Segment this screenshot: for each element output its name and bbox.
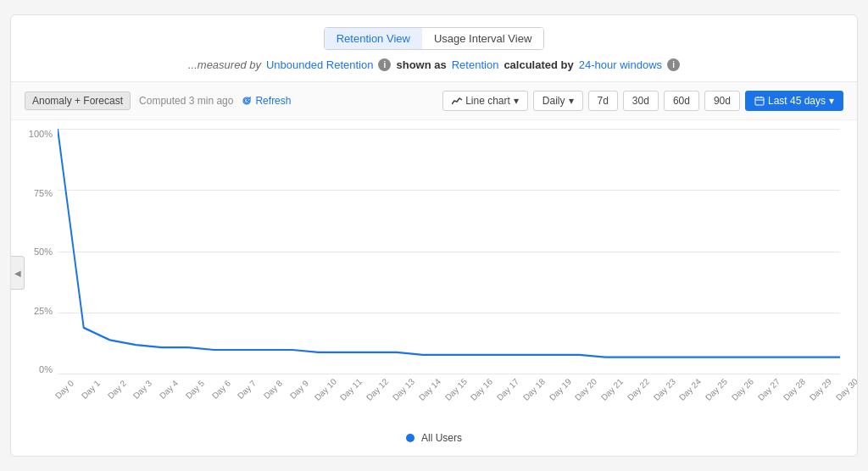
toolbar-left: Anomaly + Forecast Computed 3 min ago Re…: [25, 91, 291, 110]
calculated-by-prefix: calculated by: [504, 58, 573, 71]
anomaly-badge: Anomaly + Forecast: [25, 91, 131, 110]
measured-by-prefix: ...measured by: [188, 58, 261, 71]
x-label-2: Day 2: [105, 379, 127, 401]
range-7d-button[interactable]: 7d: [588, 91, 618, 111]
x-label-15: Day 15: [442, 377, 468, 402]
refresh-icon: [242, 96, 252, 106]
legend-label: All Users: [421, 432, 462, 444]
y-label-75: 75%: [19, 188, 58, 198]
x-label-18: Day 18: [521, 377, 547, 402]
x-label-13: Day 13: [391, 377, 416, 402]
shown-as-prefix: shown as: [396, 58, 446, 71]
x-label-1: Day 1: [80, 379, 102, 401]
range-45days-button[interactable]: Last 45 days ▾: [745, 91, 843, 111]
x-label-6: Day 6: [209, 379, 231, 401]
line-chart-button[interactable]: Line chart ▾: [442, 91, 528, 111]
x-label-28: Day 28: [782, 377, 807, 402]
calendar-icon: [754, 96, 765, 106]
x-label-20: Day 20: [573, 377, 598, 402]
computed-text: Computed 3 min ago: [139, 95, 233, 107]
shown-as-value[interactable]: Retention: [452, 58, 499, 71]
x-label-8: Day 8: [262, 379, 284, 401]
x-label-25: Day 25: [704, 377, 729, 402]
metric-info-icon[interactable]: i: [378, 58, 391, 71]
x-label-10: Day 10: [312, 377, 337, 402]
legend: All Users: [11, 425, 857, 456]
view-tabs: Retention View Usage Interval View: [324, 27, 545, 50]
x-label-17: Day 17: [495, 377, 520, 402]
top-section: Retention View Usage Interval View ...me…: [11, 15, 857, 82]
y-label-0: 0%: [19, 364, 58, 374]
range-30d-button[interactable]: 30d: [623, 91, 659, 111]
retention-chart-svg: [58, 129, 840, 374]
x-label-11: Day 11: [338, 377, 364, 402]
chart-section: Anomaly + Forecast Computed 3 min ago Re…: [11, 82, 857, 456]
y-label-50: 50%: [19, 247, 58, 257]
x-label-26: Day 26: [730, 377, 755, 402]
x-label-27: Day 27: [755, 377, 781, 402]
range-90d-button[interactable]: 90d: [704, 91, 740, 111]
calculated-info-icon[interactable]: i: [667, 58, 680, 71]
x-label-23: Day 23: [651, 377, 676, 402]
x-label-14: Day 14: [417, 377, 442, 402]
y-axis: 0% 25% 50% 75% 100%: [19, 129, 58, 374]
y-label-100: 100%: [19, 129, 58, 139]
x-label-30: Day 30: [834, 377, 858, 402]
chart-area: 0% 25% 50% 75% 100%: [11, 120, 857, 425]
x-label-0: Day 0: [53, 379, 75, 401]
calculated-by-value[interactable]: 24-hour windows: [579, 58, 662, 71]
y-label-25: 25%: [19, 306, 58, 316]
range-60d-button[interactable]: 60d: [664, 91, 699, 111]
metric-link[interactable]: Unbounded Retention: [266, 58, 374, 71]
svg-rect-0: [755, 97, 764, 105]
x-axis: Day 0Day 1Day 2Day 3Day 4Day 5Day 6Day 7…: [58, 383, 840, 425]
daily-button[interactable]: Daily ▾: [533, 91, 583, 111]
tab-retention-view[interactable]: Retention View: [325, 28, 422, 49]
x-label-22: Day 22: [626, 377, 651, 402]
x-label-19: Day 19: [547, 377, 572, 402]
refresh-button[interactable]: Refresh: [242, 95, 291, 107]
meta-row: ...measured by Unbounded Retention i sho…: [188, 58, 680, 71]
x-label-5: Day 5: [184, 379, 206, 401]
x-label-29: Day 29: [808, 377, 833, 402]
x-label-21: Day 21: [599, 377, 625, 402]
line-chart-icon: [452, 97, 462, 105]
x-label-24: Day 24: [677, 377, 703, 402]
x-label-3: Day 3: [131, 379, 153, 401]
chart-svg-container: [58, 129, 840, 374]
x-label-7: Day 7: [236, 379, 258, 401]
x-label-4: Day 4: [158, 379, 180, 401]
x-label-9: Day 9: [288, 379, 310, 401]
x-label-12: Day 12: [364, 377, 390, 402]
legend-dot: [406, 434, 415, 442]
x-label-16: Day 16: [469, 377, 494, 402]
tab-usage-interval-view[interactable]: Usage Interval View: [422, 28, 543, 49]
toolbar-right: Line chart ▾ Daily ▾ 7d 30d 60d 90d: [442, 91, 843, 111]
chart-toolbar: Anomaly + Forecast Computed 3 min ago Re…: [11, 82, 857, 120]
main-container: Retention View Usage Interval View ...me…: [10, 14, 858, 457]
